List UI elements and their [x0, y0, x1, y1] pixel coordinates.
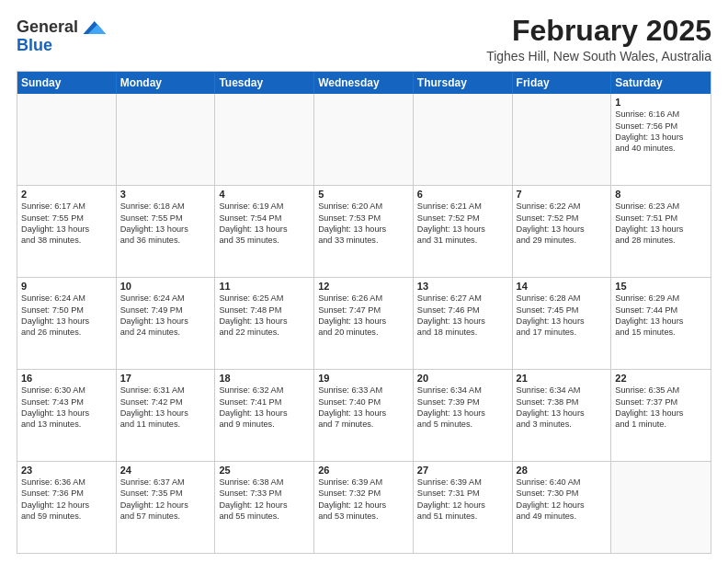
cell-text-r3-c5: Sunrise: 6:34 AM Sunset: 7:38 PM Dayligh…: [517, 385, 608, 431]
calendar-body: 1Sunrise: 6:16 AM Sunset: 7:56 PM Daylig…: [17, 94, 711, 553]
cell-text-r1-c6: Sunrise: 6:23 AM Sunset: 7:51 PM Dayligh…: [615, 201, 707, 247]
cal-cell-r1-c6: 8Sunrise: 6:23 AM Sunset: 7:51 PM Daylig…: [611, 186, 711, 277]
cal-cell-r4-c3: 26Sunrise: 6:39 AM Sunset: 7:32 PM Dayli…: [314, 462, 414, 553]
day-number-r2-c3: 12: [318, 281, 409, 292]
cal-cell-r0-c6: 1Sunrise: 6:16 AM Sunset: 7:56 PM Daylig…: [611, 94, 711, 185]
cal-cell-r4-c5: 28Sunrise: 6:40 AM Sunset: 7:30 PM Dayli…: [513, 462, 612, 553]
cell-text-r2-c2: Sunrise: 6:25 AM Sunset: 7:48 PM Dayligh…: [219, 293, 310, 339]
logo: General Blue: [17, 15, 106, 55]
day-number-r4-c5: 28: [517, 465, 608, 476]
day-number-r3-c3: 19: [318, 373, 409, 384]
cell-text-r4-c0: Sunrise: 6:36 AM Sunset: 7:36 PM Dayligh…: [21, 477, 112, 523]
cal-cell-r0-c3: [314, 94, 414, 185]
cal-row-0: 1Sunrise: 6:16 AM Sunset: 7:56 PM Daylig…: [17, 94, 711, 185]
cal-row-4: 23Sunrise: 6:36 AM Sunset: 7:36 PM Dayli…: [17, 461, 711, 553]
cal-cell-r4-c1: 24Sunrise: 6:37 AM Sunset: 7:35 PM Dayli…: [117, 462, 216, 553]
cal-cell-r2-c6: 15Sunrise: 6:29 AM Sunset: 7:44 PM Dayli…: [611, 278, 711, 369]
cell-text-r1-c3: Sunrise: 6:20 AM Sunset: 7:53 PM Dayligh…: [318, 201, 409, 247]
day-number-r1-c2: 4: [219, 189, 310, 200]
cal-row-2: 9Sunrise: 6:24 AM Sunset: 7:50 PM Daylig…: [17, 277, 711, 369]
page: General Blue February 2025 Tighes Hill, …: [0, 0, 728, 563]
cal-cell-r0-c0: [17, 94, 117, 185]
cal-cell-r3-c5: 21Sunrise: 6:34 AM Sunset: 7:38 PM Dayli…: [513, 370, 612, 461]
cal-cell-r1-c0: 2Sunrise: 6:17 AM Sunset: 7:55 PM Daylig…: [17, 186, 117, 277]
cal-cell-r3-c1: 17Sunrise: 6:31 AM Sunset: 7:42 PM Dayli…: [117, 370, 216, 461]
weekday-monday: Monday: [117, 72, 216, 94]
day-number-r2-c4: 13: [417, 281, 508, 292]
day-number-r3-c6: 22: [615, 373, 707, 384]
cell-text-r1-c1: Sunrise: 6:18 AM Sunset: 7:55 PM Dayligh…: [120, 201, 211, 247]
weekday-thursday: Thursday: [414, 72, 513, 94]
cal-cell-r3-c6: 22Sunrise: 6:35 AM Sunset: 7:37 PM Dayli…: [611, 370, 711, 461]
day-number-r2-c5: 14: [517, 281, 608, 292]
cal-cell-r1-c3: 5Sunrise: 6:20 AM Sunset: 7:53 PM Daylig…: [314, 186, 414, 277]
cal-cell-r4-c2: 25Sunrise: 6:38 AM Sunset: 7:33 PM Dayli…: [215, 462, 314, 553]
weekday-tuesday: Tuesday: [215, 72, 314, 94]
cal-cell-r0-c4: [414, 94, 513, 185]
cell-text-r4-c4: Sunrise: 6:39 AM Sunset: 7:31 PM Dayligh…: [417, 477, 508, 523]
weekday-friday: Friday: [513, 72, 612, 94]
cal-cell-r4-c4: 27Sunrise: 6:39 AM Sunset: 7:31 PM Dayli…: [414, 462, 513, 553]
cell-text-r0-c6: Sunrise: 6:16 AM Sunset: 7:56 PM Dayligh…: [615, 109, 707, 155]
header: General Blue February 2025 Tighes Hill, …: [17, 15, 711, 63]
day-number-r1-c5: 7: [517, 189, 608, 200]
cell-text-r1-c0: Sunrise: 6:17 AM Sunset: 7:55 PM Dayligh…: [21, 201, 112, 247]
cell-text-r4-c1: Sunrise: 6:37 AM Sunset: 7:35 PM Dayligh…: [120, 477, 211, 523]
day-number-r2-c0: 9: [21, 281, 112, 292]
cal-cell-r0-c2: [215, 94, 314, 185]
cell-text-r4-c5: Sunrise: 6:40 AM Sunset: 7:30 PM Dayligh…: [517, 477, 608, 523]
cal-cell-r1-c2: 4Sunrise: 6:19 AM Sunset: 7:54 PM Daylig…: [215, 186, 314, 277]
day-number-r4-c3: 26: [318, 465, 409, 476]
day-number-r2-c1: 10: [120, 281, 211, 292]
cal-cell-r0-c1: [117, 94, 216, 185]
day-number-r4-c0: 23: [21, 465, 112, 476]
cal-cell-r2-c4: 13Sunrise: 6:27 AM Sunset: 7:46 PM Dayli…: [414, 278, 513, 369]
day-number-r3-c1: 17: [120, 373, 211, 384]
cal-cell-r3-c4: 20Sunrise: 6:34 AM Sunset: 7:39 PM Dayli…: [414, 370, 513, 461]
cell-text-r2-c5: Sunrise: 6:28 AM Sunset: 7:45 PM Dayligh…: [517, 293, 608, 339]
cell-text-r3-c2: Sunrise: 6:32 AM Sunset: 7:41 PM Dayligh…: [219, 385, 310, 431]
cal-cell-r2-c5: 14Sunrise: 6:28 AM Sunset: 7:45 PM Dayli…: [513, 278, 612, 369]
calendar: Sunday Monday Tuesday Wednesday Thursday…: [17, 71, 711, 554]
day-number-r2-c6: 15: [615, 281, 707, 292]
cal-cell-r2-c2: 11Sunrise: 6:25 AM Sunset: 7:48 PM Dayli…: [215, 278, 314, 369]
cell-text-r4-c2: Sunrise: 6:38 AM Sunset: 7:33 PM Dayligh…: [219, 477, 310, 523]
location: Tighes Hill, New South Wales, Australia: [486, 49, 711, 63]
logo-general-text: General: [17, 18, 78, 37]
cal-cell-r2-c1: 10Sunrise: 6:24 AM Sunset: 7:49 PM Dayli…: [117, 278, 216, 369]
weekday-wednesday: Wednesday: [314, 72, 414, 94]
day-number-r4-c4: 27: [417, 465, 508, 476]
calendar-header: Sunday Monday Tuesday Wednesday Thursday…: [17, 72, 711, 94]
cell-text-r3-c1: Sunrise: 6:31 AM Sunset: 7:42 PM Dayligh…: [120, 385, 211, 431]
cal-cell-r3-c2: 18Sunrise: 6:32 AM Sunset: 7:41 PM Dayli…: [215, 370, 314, 461]
cal-cell-r2-c3: 12Sunrise: 6:26 AM Sunset: 7:47 PM Dayli…: [314, 278, 414, 369]
day-number-r2-c2: 11: [219, 281, 310, 292]
cal-row-1: 2Sunrise: 6:17 AM Sunset: 7:55 PM Daylig…: [17, 185, 711, 277]
cal-cell-r1-c5: 7Sunrise: 6:22 AM Sunset: 7:52 PM Daylig…: [513, 186, 612, 277]
day-number-r1-c0: 2: [21, 189, 112, 200]
day-number-r4-c2: 25: [219, 465, 310, 476]
cell-text-r3-c6: Sunrise: 6:35 AM Sunset: 7:37 PM Dayligh…: [615, 385, 707, 431]
title-block: February 2025 Tighes Hill, New South Wal…: [486, 15, 711, 63]
day-number-r1-c3: 5: [318, 189, 409, 200]
day-number-r4-c1: 24: [120, 465, 211, 476]
cal-cell-r1-c1: 3Sunrise: 6:18 AM Sunset: 7:55 PM Daylig…: [117, 186, 216, 277]
cal-cell-r0-c5: [513, 94, 612, 185]
cell-text-r3-c3: Sunrise: 6:33 AM Sunset: 7:40 PM Dayligh…: [318, 385, 409, 431]
cal-cell-r1-c4: 6Sunrise: 6:21 AM Sunset: 7:52 PM Daylig…: [414, 186, 513, 277]
weekday-sunday: Sunday: [17, 72, 117, 94]
logo-icon: [80, 15, 106, 40]
day-number-r3-c5: 21: [517, 373, 608, 384]
cal-cell-r3-c3: 19Sunrise: 6:33 AM Sunset: 7:40 PM Dayli…: [314, 370, 414, 461]
cal-cell-r2-c0: 9Sunrise: 6:24 AM Sunset: 7:50 PM Daylig…: [17, 278, 117, 369]
cell-text-r2-c0: Sunrise: 6:24 AM Sunset: 7:50 PM Dayligh…: [21, 293, 112, 339]
cal-cell-r3-c0: 16Sunrise: 6:30 AM Sunset: 7:43 PM Dayli…: [17, 370, 117, 461]
weekday-saturday: Saturday: [611, 72, 711, 94]
cell-text-r4-c3: Sunrise: 6:39 AM Sunset: 7:32 PM Dayligh…: [318, 477, 409, 523]
cell-text-r1-c2: Sunrise: 6:19 AM Sunset: 7:54 PM Dayligh…: [219, 201, 310, 247]
day-number-r1-c6: 8: [615, 189, 707, 200]
day-number-r3-c2: 18: [219, 373, 310, 384]
day-number-r3-c0: 16: [21, 373, 112, 384]
cell-text-r2-c6: Sunrise: 6:29 AM Sunset: 7:44 PM Dayligh…: [615, 293, 707, 339]
day-number-r1-c4: 6: [417, 189, 508, 200]
